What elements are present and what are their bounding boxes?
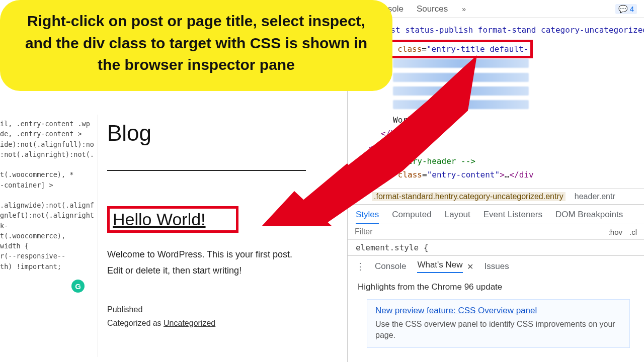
- breadcrumb-item[interactable]: header.entr: [575, 192, 615, 201]
- post-title[interactable]: Hello World!: [113, 210, 206, 229]
- tab-computed[interactable]: Computed: [392, 210, 431, 220]
- chat-icon: 💬: [618, 5, 628, 14]
- drawer-tab-whatsnew[interactable]: What's New: [417, 260, 462, 273]
- tab-event-listeners[interactable]: Event Listeners: [484, 210, 542, 220]
- highlighted-h2-open: ▼<h2 class="entry-title default-: [369, 40, 533, 58]
- dom-article-classes[interactable]: type-post status-publish format-stand ca…: [357, 23, 640, 37]
- left-css-snippet: il, .entry-content .wp de, .entry-conten…: [0, 115, 98, 357]
- blurred-line: [393, 59, 529, 68]
- element-style-block[interactable]: element.style {: [348, 240, 644, 255]
- tab-sources[interactable]: Sources: [417, 4, 448, 14]
- meta-cat-label: Categorized as: [107, 319, 164, 327]
- drawer-tabs: ⋮ Console What's New ✕ Issues: [348, 256, 644, 277]
- post-meta: Published Categorized as Uncategorized: [107, 303, 315, 330]
- tab-dom-breakpoints[interactable]: DOM Breakpoints: [555, 210, 623, 220]
- dom-h2-close[interactable]: </h2>: [381, 129, 405, 138]
- page-preview: Blog Hello World! Welcome to WordPress. …: [98, 111, 325, 362]
- post-title-highlight: Hello World!: [107, 206, 238, 233]
- drawer-tab-console[interactable]: Console: [375, 261, 406, 272]
- annotation-text: Right-click on post or page title, selec…: [20, 10, 372, 76]
- dom-header-comment: <!-- .entry-header -->: [369, 156, 475, 166]
- breadcrumb-ellipsis[interactable]: …: [355, 192, 363, 201]
- meta-cat-link[interactable]: Uncategorized: [164, 319, 215, 327]
- meta-published: Published: [107, 303, 315, 316]
- tab-layout[interactable]: Layout: [445, 210, 470, 220]
- hov-toggle[interactable]: :hov: [608, 228, 622, 236]
- tabs-overflow-icon[interactable]: »: [462, 5, 466, 13]
- elements-breadcrumb[interactable]: … .format-standard.hentry.category-uncat…: [348, 189, 644, 205]
- drawer-menu-icon[interactable]: ⋮: [356, 261, 364, 272]
- whatsnew-heading: Highlights from the Chrome 96 update: [358, 282, 634, 292]
- preview-card[interactable]: New preview feature: CSS Overview panel …: [367, 299, 630, 348]
- devtools-drawer: ⋮ Console What's New ✕ Issues Highlights…: [348, 255, 644, 355]
- blurred-line: [393, 86, 529, 96]
- breadcrumb-item[interactable]: .format-standard.hentry.category-uncateg…: [372, 192, 566, 201]
- dom-header-close[interactable]: </header>: [369, 143, 413, 152]
- dom-text-world[interactable]: World!: [393, 115, 422, 125]
- divider: [107, 170, 306, 171]
- blurred-line: [393, 73, 529, 82]
- blurred-line: [393, 100, 529, 109]
- preview-card-title[interactable]: New preview feature: CSS Overview panel: [375, 306, 621, 316]
- post-body: Welcome to WordPress. This is your first…: [107, 247, 308, 279]
- close-icon[interactable]: ✕: [467, 262, 473, 272]
- grammarly-icon[interactable]: G: [71, 280, 85, 293]
- cls-toggle[interactable]: .cl: [629, 228, 637, 236]
- tab-styles[interactable]: Styles: [356, 210, 379, 224]
- preview-card-desc: Use the CSS overview panel to identify C…: [375, 319, 621, 341]
- devtools-top-tabs: s Console Sources » 💬 4: [348, 0, 644, 18]
- messages-badge[interactable]: 💬 4: [615, 4, 637, 14]
- styles-tabs: Styles Computed Layout Event Listeners D…: [348, 205, 644, 224]
- styles-filter-row: :hov .cl: [348, 224, 644, 240]
- annotation-callout: Right-click on post or page title, selec…: [0, 0, 392, 91]
- styles-filter-input[interactable]: [355, 227, 608, 236]
- messages-count: 4: [630, 5, 634, 13]
- drawer-tab-issues[interactable]: Issues: [485, 261, 509, 272]
- blog-heading: Blog: [107, 121, 315, 146]
